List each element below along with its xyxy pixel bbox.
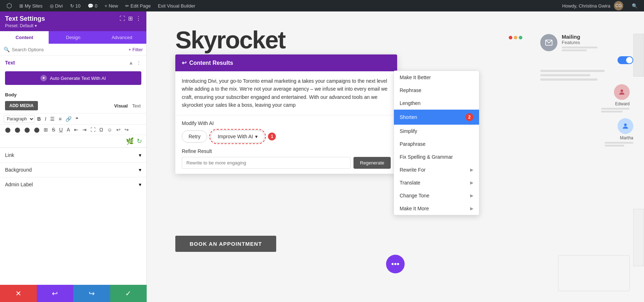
retry-button[interactable]: Retry: [182, 130, 207, 143]
admin-chevron-icon: ▾: [139, 182, 141, 187]
regenerate-button[interactable]: Regenerate: [353, 157, 391, 169]
unordered-list-button[interactable]: ☰: [49, 115, 56, 123]
ai-generate-button[interactable]: ✦ Auto Generate Text With AI: [5, 71, 141, 85]
improve-with-ai-button[interactable]: Improve With AI ▾: [211, 130, 264, 143]
wp-logo[interactable]: ⬡: [3, 0, 16, 11]
confirm-button[interactable]: ✓: [110, 285, 147, 302]
fullscreen-icon[interactable]: ⛶: [119, 15, 125, 22]
dropdown-lengthen[interactable]: Lengthen: [394, 97, 479, 110]
undo-icon: ↩: [52, 289, 58, 298]
refine-input[interactable]: [182, 157, 351, 169]
exit-builder-label: Exit Visual Builder: [158, 3, 195, 9]
link-section[interactable]: Link ▾: [0, 148, 146, 162]
admin-label-section[interactable]: Admin Label ▾: [0, 177, 146, 192]
table-button[interactable]: ⊞: [42, 126, 49, 134]
undo-toolbar-button[interactable]: ↩: [115, 126, 122, 134]
ai-icon: ✦: [40, 75, 47, 81]
improve-ai-dropdown: Make It Better Rephrase Lengthen Shorten…: [394, 71, 479, 215]
modify-ai-buttons: Retry Improve With AI ▾ 1: [182, 130, 391, 143]
align-justify-button[interactable]: ⬤: [33, 126, 41, 134]
comments-menu[interactable]: ↻ 10: [67, 0, 84, 11]
undo-button[interactable]: ↩: [37, 285, 74, 302]
panel-preset[interactable]: Preset: Default ▾: [5, 23, 45, 28]
search-input[interactable]: [12, 47, 126, 52]
my-sites-menu[interactable]: ⊞ My Sites: [16, 0, 46, 11]
dropdown-make-it-better[interactable]: Make It Better: [394, 71, 479, 84]
align-center-button[interactable]: ⬤: [13, 126, 22, 134]
text-section-title: Text: [5, 60, 15, 66]
toggle-switch[interactable]: [618, 56, 633, 64]
expand-button[interactable]: ⛶: [89, 126, 97, 134]
tab-design[interactable]: Design: [49, 31, 97, 44]
dropdown-make-it-more[interactable]: Make It More ▶: [394, 202, 479, 215]
three-dots-button[interactable]: •••: [386, 255, 405, 273]
dropdown-change-tone[interactable]: Change Tone ▶: [394, 189, 479, 202]
more-options-icon[interactable]: ⋮: [136, 15, 141, 22]
section-more-icon[interactable]: ⋮: [136, 60, 141, 66]
dropdown-rephrase[interactable]: Rephrase: [394, 84, 479, 97]
close-dot: [509, 36, 512, 39]
paragraph-select[interactable]: Paragraph Heading 1 Heading 2: [4, 115, 35, 123]
underline-button[interactable]: U: [58, 126, 64, 134]
new-menu[interactable]: + New: [101, 0, 122, 11]
text-tab[interactable]: Text: [131, 102, 141, 110]
panel-header-icons: ⛶ ⊞ ⋮: [119, 15, 141, 22]
dropdown-simplify[interactable]: Simplify: [394, 125, 479, 138]
indent-right-button[interactable]: ⇥: [81, 126, 88, 134]
tab-advanced[interactable]: Advanced: [98, 31, 146, 44]
dropdown-translate[interactable]: Translate ▶: [394, 176, 479, 189]
user-avatar-icon: CG: [614, 1, 623, 10]
dropdown-paraphrase[interactable]: Paraphrase: [394, 138, 479, 150]
indent-left-button[interactable]: ⇤: [73, 126, 80, 134]
svg-point-2: [624, 124, 626, 126]
user-menu[interactable]: Howdy, Christina Gwira CG: [558, 0, 627, 11]
font-color-button[interactable]: A: [65, 126, 71, 134]
tab-content[interactable]: Content: [0, 31, 49, 44]
dropdown-rewrite-for[interactable]: Rewrite For ▶: [394, 163, 479, 176]
add-media-button[interactable]: ADD MEDIA: [5, 101, 38, 110]
italic-button[interactable]: I: [43, 115, 48, 123]
redo-toolbar-button[interactable]: ↪: [123, 126, 130, 134]
comments-bubble[interactable]: 💬 0: [84, 0, 101, 11]
edward-lines: [601, 108, 630, 112]
dropdown-shorten[interactable]: Shorten 2: [394, 110, 479, 125]
divi-icon: ◎: [50, 3, 54, 9]
align-right-button[interactable]: ⬤: [23, 126, 31, 134]
editor-refresh-icon[interactable]: ↻: [137, 137, 142, 145]
mailing-subtitle: Features: [562, 40, 597, 45]
edward-card: Edward: [540, 84, 630, 112]
visual-tab[interactable]: Visual: [113, 102, 128, 110]
improve-badge: 1: [268, 133, 276, 140]
right-canvas-section: Mailing Features: [540, 34, 633, 152]
book-appointment-button[interactable]: Book An Appointment: [175, 236, 276, 252]
search-admin-btn[interactable]: 🔍: [628, 0, 641, 11]
exit-builder-btn[interactable]: Exit Visual Builder: [154, 0, 199, 11]
close-button[interactable]: ✕: [0, 285, 37, 302]
panel-tabs: Content Design Advanced: [0, 31, 146, 44]
mailing-lines: [562, 47, 597, 51]
link-button[interactable]: 🔗: [64, 115, 73, 123]
grid-icon[interactable]: ⊞: [128, 15, 133, 22]
dropdown-fix-spelling[interactable]: Fix Spelling & Grammar: [394, 150, 479, 163]
wp-admin-bar: ⬡ ⊞ My Sites ◎ Divi ↻ 10 💬 0 + New ✏ Edi…: [0, 0, 644, 11]
strikethrough-button[interactable]: S: [50, 126, 57, 134]
martha-card: Martha: [540, 118, 633, 147]
maximize-dot: [519, 36, 522, 39]
quote-button[interactable]: ❝: [74, 115, 80, 123]
ordered-list-button[interactable]: ≡: [57, 115, 63, 123]
divi-menu[interactable]: ◎ Divi: [46, 0, 67, 11]
panel-title: Text Settings: [5, 15, 45, 23]
edit-page-btn[interactable]: ✏ Edit Page: [122, 0, 154, 11]
emoji-button[interactable]: ☺: [106, 126, 113, 134]
bold-button[interactable]: B: [36, 115, 42, 123]
content-results-header: ↩ Content Results: [175, 54, 397, 71]
special-char-button[interactable]: Ω: [98, 126, 104, 134]
collapse-icon[interactable]: ▲: [128, 60, 133, 66]
text-section-header[interactable]: Text ▲ ⋮: [0, 56, 146, 70]
redo-button[interactable]: ↪: [73, 285, 110, 302]
martha-lines: [605, 142, 633, 147]
filter-button[interactable]: + Filter: [128, 47, 143, 52]
editor-leaf-icon[interactable]: 🌿: [126, 137, 134, 145]
background-section[interactable]: Background ▾: [0, 162, 146, 177]
align-left-button[interactable]: ⬤: [4, 126, 12, 134]
